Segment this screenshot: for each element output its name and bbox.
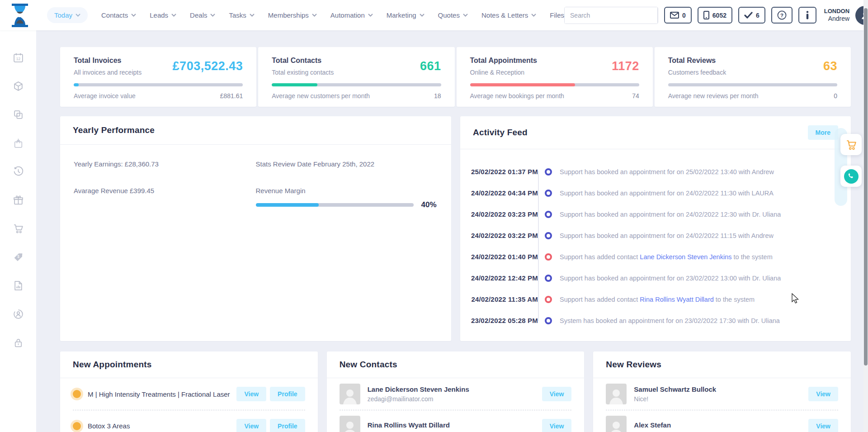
stat-card-total-invoices: Total Invoices All invoices and receipts… — [60, 47, 256, 107]
chevron-down-icon — [463, 14, 468, 17]
avatar — [606, 416, 627, 432]
appointment-row: M | High Intensity Treatments | Fraction… — [73, 378, 305, 410]
profile-button[interactable]: Profile — [270, 419, 305, 432]
view-button[interactable]: View — [808, 419, 838, 432]
view-button[interactable]: View — [236, 419, 266, 432]
nav-label: Leads — [150, 11, 168, 19]
feed-item: 24/02/2022 11:35 AM Support has added co… — [470, 289, 839, 310]
feed-item: 24/02/2022 03:23 PM Support has booked a… — [470, 204, 839, 225]
stat-footer-label: Average new reviews per month — [668, 92, 759, 100]
more-button[interactable]: More — [808, 125, 838, 140]
stats-review-date: Stats Review Date February 25th, 2022 — [256, 160, 438, 168]
hourglass-logo-icon[interactable] — [8, 3, 32, 28]
info-icon — [806, 11, 809, 19]
timeline-dot — [545, 317, 552, 324]
feed-contact-link[interactable]: Lane Dickerson Steven Jenkins — [640, 253, 731, 261]
report-document-icon[interactable] — [13, 280, 24, 291]
nav-label: Today — [54, 11, 72, 19]
nav-item-files[interactable]: Files — [550, 11, 564, 19]
nav-item-contacts[interactable]: Contacts — [101, 11, 136, 19]
nav-item-memberships[interactable]: Memberships — [268, 11, 317, 19]
feed-text: Support has booked an appointment for on… — [560, 190, 774, 197]
contact-name: Lane Dickerson Steven Jenkins — [368, 385, 542, 393]
nav-item-notes-letters[interactable]: Notes & Letters — [481, 11, 536, 19]
person-placeholder-icon — [609, 387, 624, 404]
stat-title: Total Reviews — [668, 57, 726, 65]
global-search — [564, 7, 658, 24]
stat-subtitle: Total existing contacts — [272, 69, 334, 76]
calendar-icon[interactable]: 12 — [13, 52, 24, 63]
search-button[interactable] — [657, 7, 658, 24]
nav-label: Files — [550, 11, 564, 19]
chevron-down-icon — [312, 14, 317, 17]
view-button[interactable]: View — [542, 387, 572, 401]
nav-item-tasks[interactable]: Tasks — [229, 11, 254, 19]
messages-count: 0 — [682, 12, 686, 19]
avatar — [606, 384, 627, 404]
feed-contact-link[interactable]: Rina Rollins Wyatt Dillard — [640, 296, 713, 303]
scrollbar-thumb[interactable] — [864, 8, 868, 366]
person-placeholder-icon — [342, 419, 358, 432]
stat-card-total-contacts: Total Contacts Total existing contacts 6… — [258, 47, 454, 107]
help-button[interactable]: ? — [771, 7, 793, 24]
copy-squares-icon[interactable] — [13, 109, 24, 120]
stat-footer-value: 74 — [632, 92, 639, 100]
calls-button[interactable]: 6052 — [698, 7, 732, 24]
feed-text: Support has booked an appointment for on… — [560, 275, 781, 282]
profile-button[interactable]: Profile — [270, 387, 305, 401]
timeline-dot — [545, 168, 552, 176]
messages-button[interactable]: 0 — [664, 7, 692, 24]
user-name: Andrew — [824, 15, 849, 23]
call-widget-button[interactable] — [840, 166, 862, 187]
gift-icon[interactable] — [13, 195, 24, 206]
stat-subtitle: All invoices and receipts — [74, 69, 142, 76]
bag-download-icon[interactable] — [13, 138, 24, 149]
envelope-icon — [670, 12, 679, 19]
chevron-down-icon — [171, 14, 176, 17]
appointment-row: Botox 3 Areas View Profile — [73, 410, 305, 432]
nav-item-today[interactable]: Today — [47, 7, 88, 23]
view-button[interactable]: View — [542, 419, 572, 432]
feed-date: 24/02/2022 11:35 AM — [470, 295, 538, 303]
feed-date: 24/02/2022 03:22 PM — [470, 232, 538, 239]
cart-icon[interactable] — [13, 223, 24, 234]
feed-text: to the system — [714, 296, 755, 303]
info-button[interactable] — [798, 7, 816, 24]
stat-footer-value: 0 — [834, 92, 837, 100]
nav-item-deals[interactable]: Deals — [190, 11, 215, 19]
yearly-earnings: Yearly Earnings: £28,360.73 — [74, 160, 256, 168]
nav-item-marketing[interactable]: Marketing — [387, 11, 425, 19]
dashboard-page: Today Contacts Leads Deals Tasks Members… — [0, 0, 868, 432]
tasks-done-button[interactable]: 6 — [738, 7, 765, 24]
feed-item: 24/02/2022 01:40 PM Support has added co… — [470, 246, 839, 267]
svg-text:?: ? — [780, 13, 783, 18]
feed-item: 24/02/2022 03:22 PM Support has booked a… — [470, 225, 839, 246]
view-button[interactable]: View — [808, 387, 838, 401]
point-of-sale-button[interactable] — [840, 134, 862, 155]
view-button[interactable]: View — [236, 387, 266, 401]
stat-value: £703,522.43 — [173, 59, 243, 76]
avatar — [340, 416, 360, 432]
nav-item-leads[interactable]: Leads — [150, 11, 176, 19]
account-sync-icon[interactable] — [13, 309, 24, 320]
chevron-down-icon — [250, 14, 255, 17]
nav-label: Tasks — [229, 11, 246, 19]
search-input[interactable] — [565, 7, 657, 24]
package-icon[interactable] — [13, 81, 24, 92]
phone-icon — [844, 169, 859, 184]
lock-icon[interactable] — [13, 337, 24, 348]
panel-title: New Contacts — [340, 360, 397, 370]
nav-item-automation[interactable]: Automation — [330, 11, 373, 19]
nav-label: Deals — [190, 11, 207, 19]
mobile-phone-icon — [703, 11, 709, 19]
panel-title: Yearly Performance — [73, 125, 155, 135]
history-clock-icon[interactable] — [13, 166, 24, 177]
nav-item-quotes[interactable]: Quotes — [438, 11, 468, 19]
contact-row: Lane Dickerson Steven Jenkins zedagi@mai… — [340, 378, 572, 410]
feed-date: 23/02/2022 05:28 PM — [470, 317, 538, 324]
stat-footer-value: £881.61 — [220, 92, 243, 100]
price-tag-icon[interactable]: $ — [13, 252, 24, 263]
stat-progress-track — [272, 83, 441, 86]
status-dot — [73, 422, 81, 430]
question-mark-icon: ? — [777, 10, 787, 20]
